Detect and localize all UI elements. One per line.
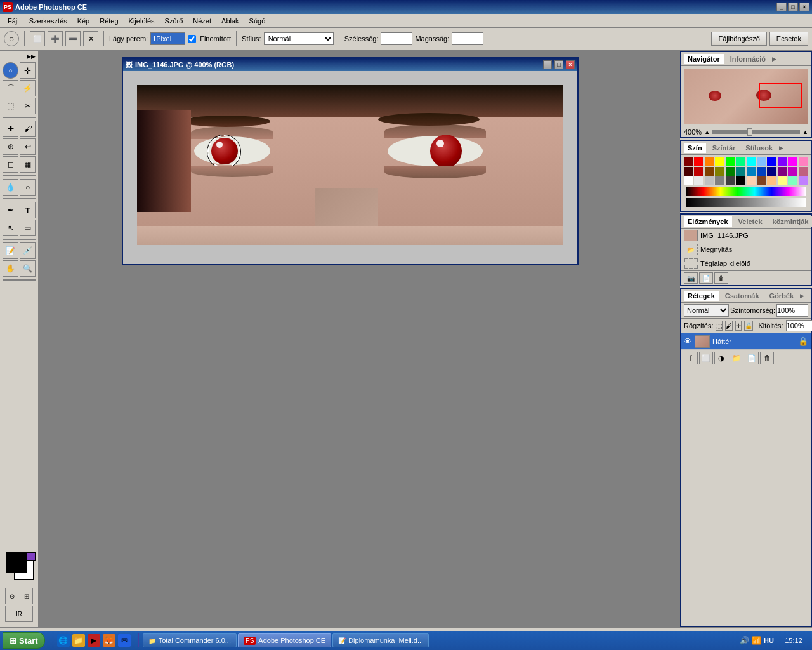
- history-new-doc-btn[interactable]: 📄: [699, 272, 713, 284]
- swatch-darkred[interactable]: [684, 157, 693, 166]
- dodge-tool[interactable]: ○: [20, 179, 36, 196]
- navigator-menu-arrow[interactable]: ▶: [772, 56, 776, 62]
- swatch-lightgreen[interactable]: [788, 176, 797, 185]
- lock-all-btn[interactable]: 🔒: [744, 321, 753, 331]
- swatch-lightyellow[interactable]: [778, 176, 787, 185]
- swatch-blue[interactable]: [767, 157, 776, 166]
- channels-tab[interactable]: Csatornák: [721, 291, 763, 301]
- marquee-tool[interactable]: ○: [3, 62, 18, 79]
- screen-mode-btn[interactable]: ⊞: [20, 588, 33, 604]
- swatch-skin[interactable]: [747, 176, 756, 185]
- history-rect-item[interactable]: Téglalap kijelölő: [681, 256, 811, 270]
- actions-tab[interactable]: Veletek: [735, 216, 766, 227]
- add-selection-btn[interactable]: ➕: [48, 31, 63, 46]
- styles-tab[interactable]: Stílusok: [742, 143, 776, 153]
- close-button[interactable]: ×: [799, 3, 809, 11]
- lock-transparent-btn[interactable]: ⬚: [716, 321, 723, 331]
- lasso-tool[interactable]: ⌒: [3, 80, 18, 96]
- curves-tab[interactable]: Görbék: [766, 291, 798, 301]
- menu-layer[interactable]: Réteg: [95, 16, 123, 26]
- swatch-lightorange[interactable]: [767, 176, 776, 185]
- notes-tool[interactable]: 📝: [3, 242, 18, 259]
- text-tool[interactable]: T: [20, 202, 36, 218]
- minimize-button[interactable]: _: [776, 3, 787, 11]
- layers-menu-arrow[interactable]: ▶: [800, 293, 804, 299]
- swatch-darkteal[interactable]: [736, 167, 745, 176]
- hand-tool[interactable]: ✋: [3, 260, 18, 277]
- move-tool[interactable]: ✛: [20, 62, 36, 79]
- browse-button[interactable]: Fájlböngésző: [711, 32, 766, 46]
- width-input[interactable]: [381, 32, 412, 45]
- swatch-yellow[interactable]: [715, 157, 724, 166]
- history-delete-btn[interactable]: 🗑: [714, 272, 728, 284]
- quicklaunch-explorer[interactable]: 📁: [72, 634, 85, 647]
- heal-tool[interactable]: ✚: [3, 121, 18, 137]
- quicklaunch-media[interactable]: ▶: [88, 634, 100, 647]
- history-brush-tool[interactable]: ↩: [20, 138, 36, 155]
- swatch-magenta[interactable]: [788, 157, 797, 166]
- menu-select[interactable]: Kijelölés: [124, 16, 160, 26]
- maximize-button[interactable]: □: [788, 3, 798, 11]
- imageready-btn[interactable]: IR: [5, 606, 33, 622]
- swatch-cyan[interactable]: [747, 157, 756, 166]
- swatch-darkmagenta[interactable]: [778, 167, 787, 176]
- menu-window[interactable]: Ablak: [216, 16, 244, 26]
- menu-file[interactable]: Fájl: [3, 16, 24, 26]
- info-tab[interactable]: Információ: [726, 54, 769, 64]
- swatch-dg2[interactable]: [726, 176, 735, 185]
- shape-tool[interactable]: ▭: [20, 220, 36, 236]
- swatch-white[interactable]: [684, 176, 693, 185]
- intersect-selection-btn[interactable]: ✕: [83, 31, 98, 46]
- slice-tool[interactable]: ✂: [20, 98, 36, 114]
- menu-image[interactable]: Kép: [72, 16, 95, 26]
- new-selection-btn[interactable]: ⬜: [30, 31, 45, 46]
- swatch-brown[interactable]: [757, 176, 766, 185]
- history-tab[interactable]: Előzmények: [684, 216, 732, 227]
- color-tab[interactable]: Szín: [684, 143, 706, 153]
- swatch-lg1[interactable]: [694, 176, 703, 185]
- height-input[interactable]: [452, 32, 483, 45]
- taskbar-photoshop[interactable]: PS Adobe Photoshop CE: [238, 633, 331, 647]
- swatch-green[interactable]: [726, 157, 735, 166]
- swatch-purple[interactable]: [778, 157, 787, 166]
- eraser-tool[interactable]: ◻: [3, 156, 18, 173]
- layer-group-btn[interactable]: 📁: [730, 352, 743, 364]
- history-snapshot-btn[interactable]: 📷: [684, 272, 698, 284]
- swatch-lightgray[interactable]: [705, 176, 714, 185]
- path-select-tool[interactable]: ↖: [3, 220, 18, 236]
- stamp-tool[interactable]: ⊕: [3, 138, 18, 155]
- crop-tool[interactable]: ⬚: [3, 98, 18, 114]
- pen-tool[interactable]: ✒: [3, 202, 18, 218]
- layer-style-btn[interactable]: f: [684, 352, 698, 364]
- menu-edit[interactable]: Szerkesztés: [24, 16, 72, 26]
- swatch-darkred2[interactable]: [684, 167, 693, 176]
- feather-input[interactable]: [150, 32, 185, 45]
- opacity-input[interactable]: [776, 304, 808, 317]
- fill-input[interactable]: [786, 320, 812, 331]
- subtract-selection-btn[interactable]: ➖: [65, 31, 81, 46]
- wand-tool[interactable]: ⚡: [20, 80, 36, 96]
- zoom-tool[interactable]: 🔍: [20, 260, 36, 277]
- layer-row-background[interactable]: 👁 Háttér 🔒: [681, 333, 811, 350]
- swatch-darkyellow[interactable]: [715, 167, 724, 176]
- quicklaunch-msg[interactable]: ✉: [118, 634, 131, 647]
- doc-close-btn[interactable]: ×: [566, 60, 575, 69]
- gradient-tool[interactable]: ▦: [20, 156, 36, 173]
- zoom-in-icon[interactable]: ▲: [802, 129, 808, 135]
- eyedropper-tool[interactable]: 💉: [20, 242, 36, 259]
- zoom-out-icon[interactable]: ▲: [704, 129, 710, 135]
- taskbar-total-commander[interactable]: 📁 Total Commander 6.0...: [143, 633, 237, 647]
- doc-maximize-btn[interactable]: □: [554, 60, 563, 69]
- lock-brush-btn[interactable]: 🖌: [725, 321, 733, 331]
- layer-delete-btn[interactable]: 🗑: [760, 352, 774, 364]
- layer-eye-icon[interactable]: 👁: [684, 336, 692, 346]
- layer-mask-btn[interactable]: ⬜: [699, 352, 713, 364]
- swatch-r2[interactable]: [694, 167, 703, 176]
- swatch-b2[interactable]: [757, 167, 766, 176]
- history-open-item[interactable]: 📂 Megnyitás: [681, 242, 811, 256]
- quicklaunch-firefox[interactable]: 🦊: [103, 634, 115, 647]
- swatches-tab[interactable]: Színtár: [709, 143, 740, 153]
- foreground-color[interactable]: [6, 552, 27, 573]
- swatch-m2[interactable]: [788, 167, 797, 176]
- navigator-tab[interactable]: Navigátor: [684, 54, 724, 64]
